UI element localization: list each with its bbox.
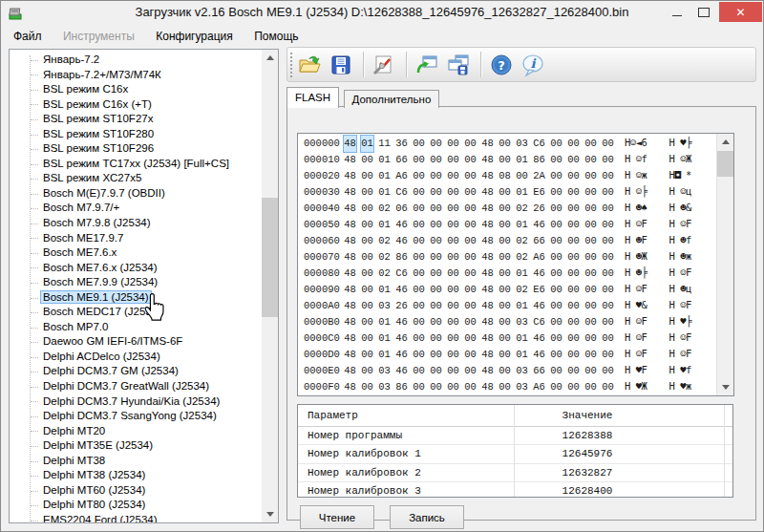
hex-byte-cell[interactable]: 46 [395, 363, 408, 379]
tree-item[interactable]: Delphi DCM3.7 GM (J2534) [10, 364, 262, 379]
hex-byte-cell[interactable]: 00 [567, 330, 580, 347]
hex-byte-cell[interactable]: 2A [533, 168, 545, 184]
hex-byte-cell[interactable]: 00 [447, 136, 459, 152]
hex-row[interactable]: 000030480001C600000000480001E600000000H … [298, 183, 717, 200]
hex-byte-cell[interactable]: 66 [533, 233, 545, 249]
hex-byte-cell[interactable]: 00 [584, 314, 597, 330]
hex-byte-cell[interactable]: 66 [395, 152, 408, 168]
hex-byte-cell[interactable]: 03 [516, 379, 528, 395]
hex-byte-cell[interactable]: 00 [567, 136, 580, 152]
hex-byte-cell[interactable]: 48 [344, 201, 356, 217]
hex-byte-cell[interactable]: 00 [550, 363, 562, 379]
hex-byte-cell[interactable]: 01 [516, 347, 528, 363]
hex-byte-cell[interactable]: 02 [378, 266, 391, 282]
hex-byte-cell[interactable]: 00 [550, 168, 562, 184]
hex-byte-cell[interactable]: 00 [447, 249, 459, 266]
hex-byte-cell[interactable]: 00 [430, 152, 442, 168]
hex-byte-cell[interactable]: 01 [516, 330, 528, 347]
hex-byte-cell[interactable]: 00 [447, 168, 459, 184]
hex-byte-cell[interactable]: 00 [413, 201, 425, 217]
hex-scrollbar[interactable] [716, 134, 733, 395]
hex-byte-cell[interactable]: 46 [533, 298, 545, 314]
tree-scrollbar[interactable] [262, 50, 278, 522]
maximize-button[interactable] [692, 1, 715, 23]
hex-byte-cell[interactable]: 00 [499, 379, 511, 395]
hex-byte-cell[interactable]: 00 [430, 282, 442, 298]
hex-byte-cell[interactable]: 00 [602, 379, 614, 395]
scroll-down-icon[interactable] [717, 379, 733, 395]
menu-configuration[interactable]: Конфигурация [147, 26, 242, 47]
menu-help[interactable]: Помощь [245, 26, 307, 47]
hex-byte-cell[interactable]: 00 [550, 201, 562, 217]
hex-byte-cell[interactable]: A6 [395, 168, 408, 184]
hex-byte-cell[interactable]: 48 [344, 314, 356, 330]
hex-byte-cell[interactable]: 46 [533, 347, 545, 363]
tree-item[interactable]: BSL режим C16x [10, 82, 262, 97]
tree-item[interactable]: Bosch M7.9.8 (J2534) [10, 216, 262, 231]
hex-byte-cell[interactable]: 01 [516, 217, 528, 233]
hex-byte-cell[interactable]: 48 [481, 233, 494, 249]
hex-byte-cell[interactable]: 00 [430, 233, 442, 249]
hex-row[interactable]: 0000D048000146000000004800014600000000H … [298, 346, 717, 362]
hex-byte-cell[interactable]: 01 [378, 184, 391, 201]
hex-byte-cell[interactable]: 00 [602, 314, 614, 330]
hex-byte-cell[interactable]: 46 [395, 217, 408, 233]
hex-byte-cell[interactable]: 48 [481, 266, 494, 282]
hex-byte-cell[interactable]: 00 [464, 266, 477, 282]
scroll-up-icon[interactable] [262, 50, 278, 66]
hex-byte-cell[interactable]: 00 [361, 363, 373, 379]
hex-byte-cell[interactable]: C6 [533, 314, 545, 330]
tree-item[interactable]: BSL режим ST10F296 [10, 141, 262, 157]
hex-byte-cell[interactable]: 00 [567, 201, 580, 217]
tree-item[interactable]: Bosch ME7.9.9 (J2534) [10, 275, 262, 290]
hex-byte-cell[interactable]: 02 [516, 233, 528, 249]
toolbar-grip[interactable] [290, 53, 292, 77]
minimize-button[interactable] [666, 1, 689, 23]
hex-byte-cell[interactable]: 00 [361, 201, 373, 217]
hex-byte-cell[interactable]: 08 [499, 168, 511, 184]
hex-byte-cell[interactable]: 48 [344, 363, 356, 379]
hex-byte-cell[interactable]: 48 [344, 347, 356, 363]
hex-byte-cell[interactable]: C6 [533, 136, 545, 152]
hex-byte-cell[interactable]: 48 [344, 282, 356, 298]
hex-byte-cell[interactable]: 03 [516, 136, 528, 152]
hex-byte-cell[interactable]: 00 [447, 233, 459, 249]
hex-byte-cell[interactable]: 00 [499, 363, 511, 379]
hex-byte-cell[interactable]: 00 [567, 233, 580, 249]
hex-byte-cell[interactable]: 03 [516, 314, 528, 330]
hex-byte-cell[interactable]: 00 [602, 152, 614, 168]
menu-tools[interactable]: Инструменты [54, 26, 143, 47]
tree-item[interactable]: BSL режим ST10F27x [10, 112, 262, 127]
hex-byte-cell[interactable]: 01 [516, 184, 528, 201]
hex-byte-cell[interactable]: 48 [481, 168, 494, 184]
hex-byte-cell[interactable]: 00 [361, 282, 373, 298]
save-file-button[interactable] [327, 51, 355, 79]
hex-byte-cell[interactable]: 00 [567, 282, 580, 298]
hex-row[interactable]: 00001048000166000000004800018600000000H … [298, 151, 717, 167]
hex-byte-cell[interactable]: 01 [378, 168, 391, 184]
hex-byte-cell[interactable]: C6 [395, 184, 408, 201]
hex-byte-cell[interactable]: 00 [464, 282, 477, 298]
hex-byte-cell[interactable]: 00 [550, 298, 562, 314]
hex-byte-cell[interactable]: 46 [533, 217, 545, 233]
hex-byte-cell[interactable]: 48 [344, 330, 356, 347]
hex-byte-cell[interactable]: 00 [447, 152, 459, 168]
tree-item[interactable]: Bosch MEDC17 (J2534) [10, 305, 262, 320]
hex-byte-cell[interactable]: 00 [584, 249, 597, 266]
hex-byte-cell[interactable]: 00 [550, 184, 562, 201]
hex-byte-cell[interactable]: 00 [584, 168, 597, 184]
hex-byte-cell[interactable]: 46 [533, 266, 545, 282]
hex-byte-cell[interactable]: 00 [464, 136, 477, 152]
tree-item[interactable]: Delphi MT80 (J2534) [10, 498, 262, 513]
hex-byte-cell[interactable]: 00 [567, 314, 580, 330]
hex-byte-cell[interactable]: 46 [533, 330, 545, 347]
hex-scrollbar-thumb[interactable] [717, 151, 733, 177]
tab-additional[interactable]: Дополнительно [344, 90, 440, 108]
hex-byte-cell[interactable]: 46 [395, 233, 408, 249]
hex-byte-cell[interactable]: 00 [584, 217, 597, 233]
hex-byte-cell[interactable]: 11 [378, 136, 391, 152]
hex-byte-cell[interactable]: 01 [516, 152, 528, 168]
tree-item[interactable]: Bosch ME7.6.x (J2534) [10, 261, 262, 276]
hex-byte-cell[interactable]: 00 [464, 168, 477, 184]
hex-byte-cell[interactable]: 01 [516, 266, 528, 282]
